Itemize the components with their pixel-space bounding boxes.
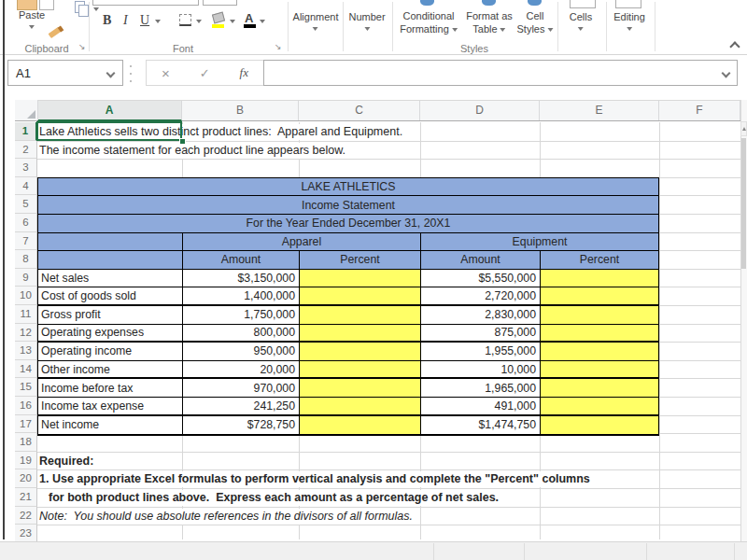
row-header-5[interactable]: 5 (15, 195, 37, 214)
row-label-cell[interactable]: Net sales (38, 270, 183, 287)
bold-button[interactable]: B (103, 13, 111, 28)
equipment-amount-cell[interactable]: 1,965,000 (421, 379, 541, 397)
equipment-percent-cell[interactable] (541, 287, 658, 304)
column-header-spacer[interactable] (38, 251, 183, 269)
row-header-22[interactable]: 22 (15, 507, 37, 525)
fill-handle[interactable] (179, 138, 186, 145)
paste-dropdown-icon[interactable] (29, 25, 35, 29)
row-header-23[interactable]: 23 (15, 525, 37, 543)
borders-button-icon[interactable] (179, 14, 191, 26)
scrollbar-thumb[interactable] (741, 138, 746, 269)
row-header-18[interactable]: 18 (15, 433, 37, 452)
cell-a21[interactable]: for both product lines above. Express ea… (49, 490, 501, 506)
row-header-17[interactable]: 17 (15, 415, 37, 434)
apparel-percent-cell[interactable] (300, 361, 421, 378)
row-header-10[interactable]: 10 (15, 287, 37, 305)
cells-button[interactable]: Cells (570, 11, 592, 34)
equipment-percent-cell[interactable] (541, 379, 658, 397)
insert-function-button[interactable]: fx (240, 65, 248, 80)
row-label-cell[interactable]: Operating expenses (38, 325, 183, 342)
collapse-ribbon-icon[interactable] (729, 41, 740, 51)
editing-dropdown-icon[interactable] (627, 27, 632, 31)
fill-color-icon[interactable] (212, 12, 225, 24)
formula-bar-splitter[interactable] (130, 65, 133, 82)
fill-color-dropdown-icon[interactable] (230, 20, 235, 23)
format-as-table-dropdown-icon[interactable] (500, 28, 506, 32)
row-label-cell[interactable]: Other income (38, 361, 183, 378)
apparel-percent-cell[interactable] (300, 343, 421, 360)
equipment-percent-cell[interactable] (541, 361, 658, 378)
cells-dropdown-icon[interactable] (578, 27, 584, 31)
apparel-percent-cell[interactable] (300, 416, 421, 435)
scroll-up-button[interactable] (740, 121, 747, 136)
alignment-button[interactable]: Alignment (293, 11, 339, 34)
cell-a20[interactable]: 1. Use appropriate Excel formulas to per… (39, 471, 593, 487)
apparel-amount-cell[interactable]: $3,150,000 (183, 270, 300, 287)
column-header-equipment-percent[interactable]: Percent (541, 251, 658, 269)
apparel-percent-cell[interactable] (300, 398, 421, 414)
number-dropdown-icon[interactable] (364, 27, 370, 31)
table-subtitle[interactable]: Income Statement (38, 196, 658, 214)
equipment-amount-cell[interactable]: 2,720,000 (421, 287, 541, 304)
underline-dropdown-icon[interactable] (155, 20, 161, 23)
apparel-percent-cell[interactable] (300, 270, 421, 287)
group-header-apparel[interactable]: Apparel (183, 233, 421, 251)
row-label-cell[interactable]: Income before tax (38, 379, 183, 397)
row-header-11[interactable]: 11 (15, 305, 37, 324)
select-all-corner[interactable] (15, 100, 38, 120)
table-period[interactable]: For the Year Ended December 31, 20X1 (38, 215, 658, 232)
cell-a22[interactable]: Note: You should use absolute references… (39, 509, 416, 525)
row-header-3[interactable]: 3 (15, 159, 37, 177)
column-header-f[interactable]: F (659, 101, 740, 120)
column-header-a[interactable]: A (37, 101, 182, 121)
equipment-percent-cell[interactable] (541, 416, 658, 435)
apparel-amount-cell[interactable]: 20,000 (183, 361, 300, 378)
equipment-percent-cell[interactable] (541, 343, 658, 360)
row-label-cell[interactable]: Gross profit (38, 306, 183, 324)
underline-button[interactable]: U (140, 13, 149, 28)
format-as-table-button[interactable]: Format as Table (466, 9, 513, 35)
name-box[interactable]: A1 (7, 60, 123, 86)
column-header-b[interactable]: B (182, 101, 299, 120)
formula-bar-expand-icon[interactable] (722, 69, 731, 78)
cancel-button[interactable]: × (162, 65, 170, 81)
equipment-amount-cell[interactable]: 10,000 (421, 361, 541, 378)
equipment-amount-cell[interactable]: 491,000 (421, 398, 541, 414)
row-header-20[interactable]: 20 (15, 469, 37, 488)
apparel-percent-cell[interactable] (300, 325, 421, 342)
number-button[interactable]: Number (348, 11, 385, 34)
equipment-amount-cell[interactable]: 2,830,000 (421, 306, 541, 324)
cell-a19[interactable]: Required: (39, 454, 96, 469)
clipboard-dialog-launcher-icon[interactable]: ↘ (78, 42, 86, 51)
font-name-box[interactable] (92, 0, 199, 6)
row-header-1[interactable]: 1 (15, 122, 37, 141)
apparel-amount-cell[interactable]: 241,250 (183, 398, 300, 414)
table-title[interactable]: LAKE ATHLETICS (38, 178, 658, 196)
apparel-percent-cell[interactable] (300, 287, 421, 304)
equipment-amount-cell[interactable]: 875,000 (421, 325, 541, 342)
fill-color-swatch[interactable] (212, 24, 224, 28)
font-size-box[interactable] (203, 0, 237, 6)
conditional-formatting-dropdown-icon[interactable] (452, 28, 458, 32)
row-label-cell[interactable]: Net income (38, 416, 183, 435)
alignment-dropdown-icon[interactable] (313, 27, 318, 31)
row-header-4[interactable]: 4 (15, 177, 37, 196)
italic-button[interactable]: I (123, 13, 128, 28)
equipment-amount-cell[interactable]: $5,550,000 (421, 270, 541, 287)
font-color-dropdown-icon[interactable] (260, 20, 265, 23)
equipment-amount-cell[interactable]: $1,474,750 (421, 416, 541, 435)
column-header-apparel-percent[interactable]: Percent (300, 251, 421, 269)
cell-styles-dropdown-icon[interactable] (548, 28, 554, 32)
name-box-dropdown-icon[interactable] (106, 69, 116, 78)
apparel-percent-cell[interactable] (300, 306, 421, 324)
apparel-amount-cell[interactable]: 1,750,000 (183, 306, 300, 324)
apparel-amount-cell[interactable]: 970,000 (183, 379, 300, 397)
row-header-6[interactable]: 6 (15, 214, 37, 232)
copy-dropdown-icon[interactable] (93, 7, 99, 11)
equipment-percent-cell[interactable] (541, 325, 658, 342)
row-header-21[interactable]: 21 (15, 488, 37, 507)
apparel-amount-cell[interactable]: 800,000 (183, 325, 300, 342)
paste-button[interactable]: Paste (19, 9, 45, 32)
column-header-d[interactable]: D (420, 101, 540, 120)
equipment-percent-cell[interactable] (541, 270, 658, 287)
